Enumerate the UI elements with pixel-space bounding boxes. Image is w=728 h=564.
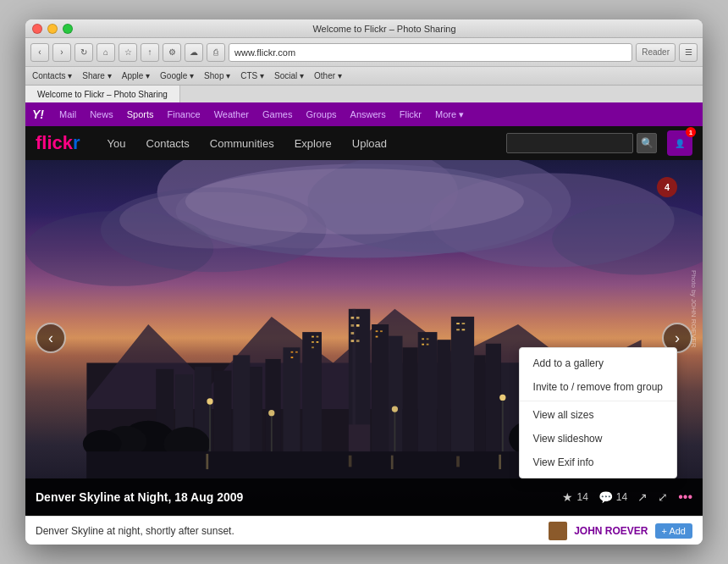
menu-view-sizes[interactable]: View all sizes	[520, 403, 676, 427]
back-button[interactable]: ‹	[30, 43, 49, 62]
yahoo-nav-news[interactable]: News	[83, 102, 120, 126]
tab-bar: Welcome to Flickr – Photo Sharing	[25, 86, 703, 102]
description-bar: Denver Skyline at night, shortly after s…	[25, 516, 703, 545]
svg-rect-43	[312, 346, 314, 348]
home-button[interactable]: ⌂	[97, 43, 115, 62]
cloud-button[interactable]: ☁	[185, 43, 203, 62]
menu-slideshow[interactable]: View slideshow	[520, 427, 676, 451]
svg-rect-42	[317, 341, 319, 343]
bookmark-apple[interactable]: Apple ▾	[122, 71, 150, 80]
flickr-logo-pink: flick	[36, 132, 73, 153]
yahoo-nav-weather[interactable]: Weather	[207, 102, 256, 126]
reload-button[interactable]: ↻	[74, 43, 93, 62]
user-avatar[interactable]: 👤 1	[667, 130, 692, 156]
forward-button[interactable]: ›	[52, 43, 71, 62]
svg-rect-78	[349, 456, 352, 467]
author-name[interactable]: JOHN ROEVER	[574, 525, 648, 537]
svg-rect-45	[295, 351, 298, 353]
avatar-icon: 👤	[675, 139, 685, 148]
svg-rect-30	[302, 332, 322, 456]
share-icon: ↗	[637, 490, 648, 504]
browser-window: Welcome to Flickr – Photo Sharing ‹ › ↻ …	[25, 19, 703, 545]
flickr-nav-contacts[interactable]: Contacts	[136, 126, 200, 160]
tab-flickr[interactable]: Welcome to Flickr – Photo Sharing	[25, 86, 180, 102]
menu-invite-group[interactable]: Invite to / remove from group	[520, 375, 676, 399]
svg-rect-20	[349, 424, 370, 455]
fav-count: 14	[576, 491, 587, 503]
caption-actions: ★ 14 💬 14 ↗ ⤢ •••	[562, 489, 692, 505]
svg-rect-54	[456, 323, 460, 324]
photo-title: Denver Skyline at Night, 18 Aug 2009	[36, 490, 562, 504]
menu-add-gallery[interactable]: Add to a gallery	[520, 351, 676, 375]
menu-divider	[520, 401, 676, 401]
svg-rect-39	[312, 336, 314, 338]
reader-button[interactable]: Reader	[636, 43, 676, 62]
maximize-button[interactable]	[63, 24, 73, 34]
svg-rect-23	[403, 347, 418, 455]
bookmark-share[interactable]: Share ▾	[82, 71, 111, 80]
more-options-button[interactable]: •••	[678, 489, 692, 505]
yahoo-nav-answers[interactable]: Answers	[344, 102, 393, 126]
address-bar[interactable]	[229, 43, 632, 62]
add-button[interactable]: + Add	[655, 523, 692, 539]
close-button[interactable]	[32, 24, 42, 34]
fullscreen-action[interactable]: ⤢	[658, 490, 668, 504]
notification-badge: 1	[686, 127, 696, 137]
yahoo-nav-games[interactable]: Games	[256, 102, 299, 126]
photo-area: Photo by JOHN ROEVER ‹ › 4 5 6 Denver Sk…	[25, 160, 703, 516]
flickr-nav-explore[interactable]: Explore	[284, 126, 342, 160]
bookmark-contacts[interactable]: Contacts ▾	[32, 71, 72, 80]
svg-point-8	[119, 192, 307, 249]
share-action[interactable]: ↗	[637, 490, 648, 504]
flickr-nav-upload[interactable]: Upload	[342, 126, 397, 160]
svg-rect-14	[356, 317, 360, 319]
bookmark-social[interactable]: Social ▾	[274, 71, 304, 80]
author-area: JOHN ROEVER + Add	[549, 522, 692, 540]
fullscreen-icon: ⤢	[658, 490, 668, 504]
bookmark-cts[interactable]: CTS ▾	[240, 71, 264, 80]
print-button[interactable]: ⎙	[207, 43, 225, 62]
yahoo-nav-flickr[interactable]: Flickr	[393, 102, 428, 126]
yahoo-nav-finance[interactable]: Finance	[160, 102, 207, 126]
yahoo-nav-sports[interactable]: Sports	[120, 102, 161, 126]
minimize-button[interactable]	[47, 24, 58, 34]
author-avatar	[549, 522, 567, 540]
menu-exif[interactable]: View Exif info	[520, 451, 676, 474]
svg-rect-44	[291, 351, 294, 353]
svg-rect-76	[391, 456, 394, 469]
svg-rect-18	[351, 340, 355, 342]
comment-action[interactable]: 💬 14	[598, 490, 627, 504]
star-icon: ★	[562, 490, 573, 504]
yahoo-logo[interactable]: Y!	[32, 108, 44, 121]
bookmark-other[interactable]: Other ▾	[314, 71, 342, 80]
comment-count: 14	[616, 491, 627, 503]
sidebar-button[interactable]: ☰	[679, 43, 698, 62]
search-input[interactable]	[506, 133, 633, 153]
svg-rect-56	[456, 329, 460, 330]
flickr-nav-you[interactable]: You	[97, 126, 136, 160]
svg-rect-55	[462, 323, 466, 324]
svg-rect-25	[437, 340, 450, 456]
svg-rect-13	[351, 317, 355, 319]
svg-point-67	[207, 398, 212, 404]
svg-rect-75	[206, 454, 208, 469]
bookmark-button[interactable]: ☆	[119, 43, 137, 62]
flickr-logo: flickr	[36, 132, 80, 154]
yahoo-nav-more[interactable]: More ▾	[428, 102, 471, 126]
bookmark-shop[interactable]: Shop ▾	[204, 71, 230, 80]
tools-button[interactable]: ⚙	[163, 43, 181, 62]
favorite-action[interactable]: ★ 14	[562, 490, 587, 504]
prev-photo-button[interactable]: ‹	[36, 323, 66, 353]
svg-rect-21	[372, 324, 389, 456]
svg-rect-32	[266, 359, 281, 456]
svg-rect-35	[214, 371, 232, 456]
flickr-nav-communities[interactable]: Communities	[200, 126, 284, 160]
share-button[interactable]: ↑	[141, 43, 159, 62]
svg-rect-19	[356, 340, 360, 342]
yahoo-nav-mail[interactable]: Mail	[52, 102, 83, 126]
search-button[interactable]: 🔍	[637, 133, 657, 153]
bookmark-google[interactable]: Google ▾	[160, 71, 194, 80]
svg-rect-15	[351, 324, 355, 327]
yahoo-nav-groups[interactable]: Groups	[299, 102, 343, 126]
svg-rect-31	[283, 347, 300, 455]
